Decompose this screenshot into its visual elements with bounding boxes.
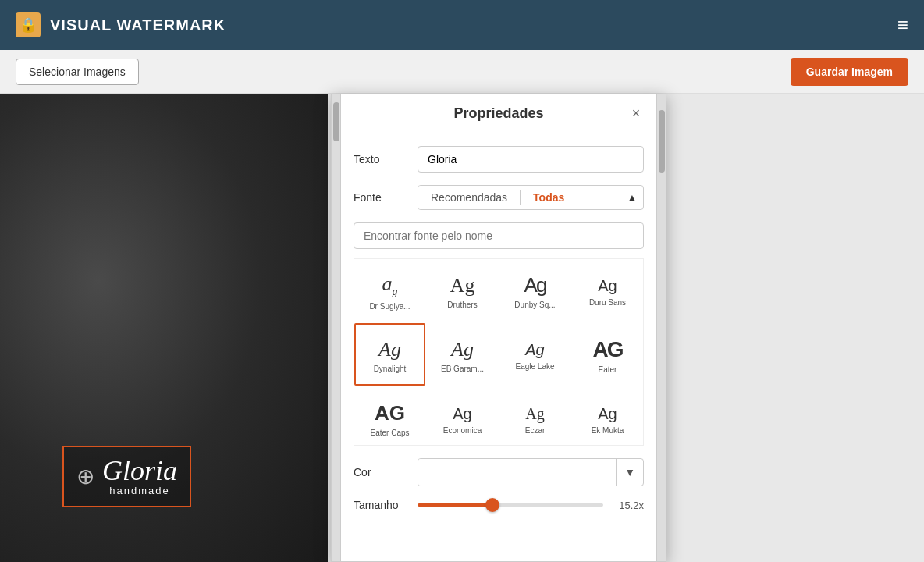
modal-right-scroll-thumb <box>659 110 665 173</box>
font-name-label: Eczar <box>525 426 546 435</box>
font-item[interactable]: AGEater <box>572 323 643 386</box>
font-preview-text: AG <box>375 401 405 425</box>
font-preview-text: Ag <box>453 404 471 423</box>
color-dropdown-chevron-icon[interactable]: ▼ <box>616 459 643 486</box>
font-name-label: Economica <box>443 426 482 435</box>
content-wrapper: ⊕ Gloria handmade <box>0 94 328 562</box>
font-preview-text: Ag <box>598 276 617 295</box>
font-item[interactable]: AGEater Caps <box>354 387 425 446</box>
font-tab-todas[interactable]: Todas <box>521 186 577 209</box>
header-left: 🔒 VISUAL WATERMARK <box>16 12 226 37</box>
modal-close-button[interactable]: × <box>627 105 645 123</box>
font-preview-text: ag <box>382 272 398 299</box>
modal-right-scrollbar[interactable] <box>656 94 666 561</box>
texto-row: Texto <box>354 146 644 173</box>
modal-header: Propriedades × <box>341 94 656 133</box>
watermark-sub-text: handmade <box>102 485 177 496</box>
font-preview-text: Ag <box>450 273 475 297</box>
font-search-row <box>354 222 644 249</box>
font-preview-text: Ag <box>451 337 474 361</box>
font-item[interactable]: agDr Sugiya... <box>354 259 425 322</box>
app-header: 🔒 VISUAL WATERMARK ≡ <box>0 0 924 50</box>
font-name-label: Eater <box>599 365 617 374</box>
font-name-label: Dunby Sq... <box>514 301 555 309</box>
font-tabs-container: Recomendadas Todas ▲ <box>418 185 644 210</box>
modal-body: Texto Fonte Recomendadas Todas ▲ <box>341 133 656 561</box>
tamanho-slider[interactable] <box>418 503 603 507</box>
select-images-button[interactable]: Selecionar Imagens <box>16 59 139 85</box>
font-name-label: Eagle Lake <box>515 362 554 371</box>
font-item[interactable]: AgDruthers <box>427 259 498 322</box>
font-tab-recomendadas[interactable]: Recomendadas <box>418 186 520 209</box>
font-name-label: Dynalight <box>374 365 407 373</box>
font-preview-text: Ag <box>525 404 544 423</box>
font-item[interactable]: AgEagle Lake <box>499 323 570 386</box>
font-preview-text: Ag <box>524 273 546 297</box>
texto-input[interactable] <box>418 146 644 173</box>
font-search-input[interactable] <box>354 222 644 249</box>
font-preview-text: AG <box>593 336 623 363</box>
app-logo-icon: 🔒 <box>16 12 41 37</box>
font-item[interactable]: AgEconomica <box>427 387 498 446</box>
font-item[interactable]: AgDunby Sq... <box>499 259 570 322</box>
font-item[interactable]: AgEczar <box>499 387 570 446</box>
font-grid-wrapper: agDr Sugiya...AgDruthersAgDunby Sq...AgD… <box>354 258 644 446</box>
font-grid: agDr Sugiya...AgDruthersAgDunby Sq...AgD… <box>354 258 644 446</box>
cor-row: Cor ▼ <box>354 458 644 486</box>
font-item[interactable]: AgEB Garam... <box>427 323 498 386</box>
font-name-label: Eater Caps <box>370 429 409 437</box>
tamanho-value: 15.2x <box>611 500 644 511</box>
fonte-row: Fonte Recomendadas Todas ▲ <box>354 185 644 210</box>
font-name-label: Druthers <box>447 301 477 309</box>
font-name-label: Duru Sans <box>589 298 626 307</box>
texto-label: Texto <box>354 153 408 165</box>
toolbar: Selecionar Imagens Guardar Imagem <box>0 50 924 94</box>
color-swatch[interactable] <box>418 459 616 486</box>
watermark-main-text: Gloria <box>102 457 177 485</box>
cor-label: Cor <box>354 466 408 478</box>
modal-left-scroll-thumb <box>333 102 339 141</box>
modal-content: Propriedades × Texto Fonte Recomendadas … <box>341 94 656 561</box>
main-area: ⊕ Gloria handmade Propriedades × <box>0 94 924 562</box>
fonte-label: Fonte <box>354 191 408 204</box>
modal-title: Propriedades <box>453 105 543 122</box>
app-title: VISUAL WATERMARK <box>50 16 226 34</box>
watermark-overlay[interactable]: ⊕ Gloria handmade <box>62 446 191 507</box>
save-image-button[interactable]: Guardar Imagem <box>791 58 908 86</box>
watermark-logo-icon: ⊕ <box>76 464 94 489</box>
font-item[interactable]: AgEk Mukta <box>572 387 643 446</box>
watermark-text-group: Gloria handmade <box>102 457 177 496</box>
modal-left-scrollbar[interactable] <box>332 94 341 561</box>
font-item[interactable]: AgDuru Sans <box>572 259 643 322</box>
font-name-label: Dr Sugiya... <box>369 302 410 311</box>
image-canvas-area: ⊕ Gloria handmade <box>0 94 328 562</box>
font-preview-text: Ag <box>525 340 544 359</box>
menu-button[interactable]: ≡ <box>897 16 908 34</box>
tamanho-row: Tamanho 15.2x <box>354 499 644 511</box>
font-preview-text: Ag <box>598 404 617 423</box>
font-name-label: EB Garam... <box>441 365 484 373</box>
font-name-label: Ek Mukta <box>592 426 624 435</box>
font-item[interactable]: AgDynalight <box>354 323 425 386</box>
tamanho-label: Tamanho <box>354 499 408 511</box>
properties-modal: Propriedades × Texto Fonte Recomendadas … <box>331 94 666 562</box>
slider-container: 15.2x <box>418 500 644 511</box>
font-dropdown-chevron-icon: ▲ <box>627 192 637 203</box>
color-picker-container: ▼ <box>418 458 644 486</box>
font-preview-text: Ag <box>378 337 401 361</box>
